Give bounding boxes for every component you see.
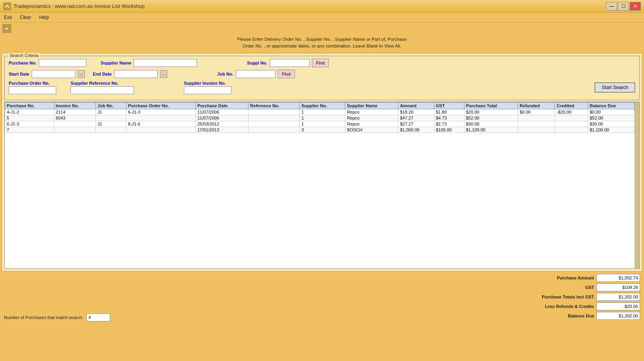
col-header-gst: GST: [434, 102, 464, 109]
col-header-supplier-name: Supplier Name: [345, 102, 398, 109]
start-search-button[interactable]: Start Search: [594, 82, 635, 93]
count-row: Number of Purchases that match search:: [4, 314, 110, 321]
minimize-button[interactable]: —: [606, 2, 617, 11]
purchase-no-input[interactable]: [39, 59, 86, 67]
balance-due-row: Balance Due: [507, 312, 640, 320]
supplier-ref-no-label: Supplier Reference No.: [71, 81, 134, 86]
data-table-wrapper: Purchase No. Invoice No. Job No. Purchas…: [4, 102, 640, 269]
job-no-input[interactable]: [236, 70, 275, 78]
col-header-refunded: Refunded: [518, 102, 555, 109]
instruction-line2: Order No. , or approximate dates, or any…: [0, 43, 644, 49]
purchase-totals-label: Purchase Totals incl GST: [507, 294, 594, 299]
menu-help[interactable]: Help: [38, 14, 51, 21]
purchase-amount-row: Purchase Amount: [507, 274, 640, 282]
col-header-balance-due: Balance Due: [588, 102, 634, 109]
count-value-input: [86, 314, 110, 321]
instruction-line1: Please Enter Delivery Order No. , Suppli…: [0, 36, 644, 43]
count-label: Number of Purchases that match search:: [4, 315, 83, 320]
search-criteria-legend: Search Criteria: [8, 53, 40, 58]
menu-bar: Exit Clear Help: [0, 13, 644, 23]
find-job-button[interactable]: Find: [278, 70, 295, 78]
start-date-label: Start Date: [9, 72, 29, 76]
search-row-2: Start Date ... End Date ... Job No. Find: [9, 70, 635, 78]
end-date-label: End Date: [93, 72, 112, 76]
main-content: Search Criteria Purchase No. Supplier Na…: [2, 53, 642, 272]
purchase-order-no-input[interactable]: [9, 86, 56, 94]
col-header-reference-no: Reference No.: [248, 102, 300, 109]
purchases-table: Purchase No. Invoice No. Job No. Purchas…: [5, 102, 634, 133]
window-title: Tradepronamics : www.rad.com.au Invoice …: [13, 3, 145, 9]
col-header-purchase-date: Purchase Date: [195, 102, 248, 109]
col-header-credited: Credited: [555, 102, 588, 109]
menu-exit[interactable]: Exit: [2, 14, 13, 21]
start-date-browse-button[interactable]: ...: [78, 70, 85, 78]
supplier-name-label: Supplier Name: [101, 61, 131, 65]
purchase-totals-value: [596, 293, 640, 301]
gst-row: GST: [507, 283, 640, 291]
less-refunds-value: [596, 302, 640, 310]
search-criteria-box: Search Criteria Purchase No. Supplier Na…: [4, 56, 640, 100]
purchase-amount-label: Purchase Amount: [507, 276, 594, 280]
maximize-button[interactable]: ☐: [618, 2, 629, 11]
end-date-input[interactable]: [114, 70, 158, 78]
search-row-3: Purchase Order No. Supplier Reference No…: [9, 81, 635, 94]
col-header-amount: Amount: [398, 102, 434, 109]
app-toolbar-icon[interactable]: 🏠: [2, 24, 11, 33]
col-header-purchase-total: Purchase Total: [464, 102, 518, 109]
col-header-invoice-no: Invoice No.: [54, 102, 96, 109]
table-row[interactable]: 4-J1-22114J16-J1-311/07/20061Repco$18.20…: [5, 109, 634, 115]
menu-clear[interactable]: Clear: [18, 14, 33, 21]
gst-value: [596, 283, 640, 291]
purchase-totals-row: Purchase Totals incl GST: [507, 293, 640, 301]
end-date-browse-button[interactable]: ...: [160, 70, 167, 78]
purchase-amount-value: [596, 274, 640, 282]
app-icon-row: 🏠: [0, 23, 644, 34]
less-refunds-label: Less Refunds & Credits: [507, 304, 594, 309]
app-icon: 🏠: [3, 2, 11, 10]
less-refunds-row: Less Refunds & Credits: [507, 302, 640, 310]
col-header-supplier-no: Supplier No.: [300, 102, 345, 109]
col-header-purchase-order-no: Purchase Order No.: [126, 102, 195, 109]
col-header-purchase-no: Purchase No.: [5, 102, 54, 109]
supplier-name-input[interactable]: [134, 59, 197, 67]
window-controls: — ☐ ✕: [606, 2, 641, 11]
col-header-job-no: Job No.: [96, 102, 126, 109]
suppl-no-input[interactable]: [270, 59, 310, 67]
supplier-invoice-no-label: Supplier Invoice No.: [184, 81, 231, 86]
bottom-area: Number of Purchases that match search: P…: [0, 272, 644, 324]
balance-due-label: Balance Due: [507, 314, 594, 318]
supplier-ref-no-input[interactable]: [71, 86, 134, 94]
balance-due-value: [596, 312, 640, 320]
table-body: 4-J1-22114J16-J1-311/07/20061Repco$18.20…: [5, 109, 634, 133]
table-scroll-area[interactable]: Purchase No. Invoice No. Job No. Purchas…: [5, 102, 639, 268]
job-no-label: Job No.: [217, 72, 233, 76]
search-row-1: Purchase No. Supplier Name Suppl No. Fin…: [9, 59, 635, 67]
table-row[interactable]: 6-J1-3J18-J1-625/03/20121Repco$27.27$2.7…: [5, 121, 634, 127]
table-row[interactable]: 5654311/07/20061Repco$47.27$4.73$52.00$5…: [5, 115, 634, 121]
gst-label: GST: [507, 285, 594, 290]
supplier-invoice-no-input[interactable]: [184, 86, 231, 94]
purchase-no-label: Purchase No.: [9, 61, 36, 65]
summary-fields: Purchase Amount GST Purchase Totals incl…: [507, 274, 640, 321]
purchase-order-no-label: Purchase Order No.: [9, 81, 56, 86]
suppl-no-label: Suppl No.: [247, 61, 267, 65]
start-date-input[interactable]: [32, 70, 75, 78]
title-bar: 🏠 Tradepronamics : www.rad.com.au Invoic…: [0, 0, 644, 13]
table-header-row: Purchase No. Invoice No. Job No. Purchas…: [5, 102, 634, 109]
instructions: Please Enter Delivery Order No. , Suppli…: [0, 34, 644, 53]
find-suppl-button[interactable]: Find: [312, 59, 329, 67]
close-button[interactable]: ✕: [630, 2, 641, 11]
table-row[interactable]: 717/01/20133BOSCH$1,000.00$100.00$1,100.…: [5, 127, 634, 133]
